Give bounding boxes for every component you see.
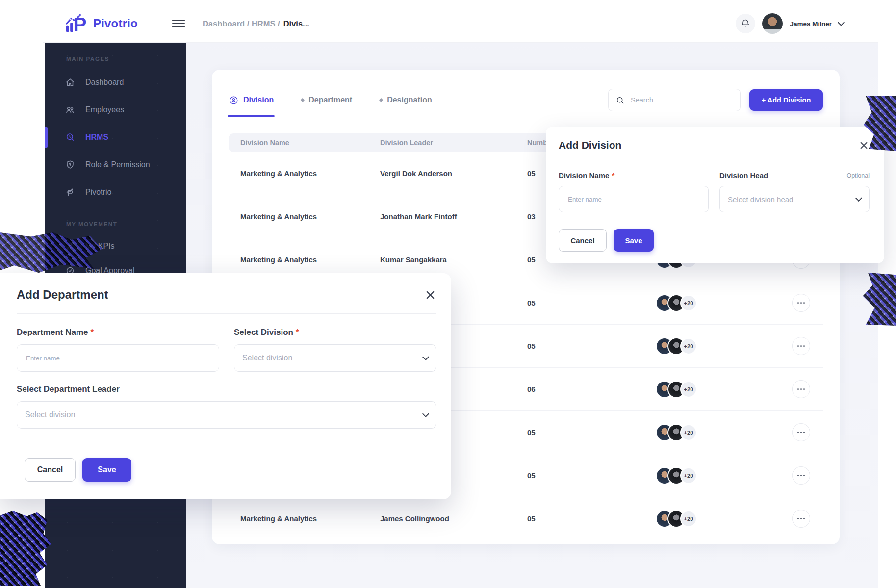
sidebar-item-employees[interactable]: Employees — [45, 96, 186, 124]
more-count-badge[interactable]: +20 — [680, 511, 697, 527]
app-header: P Pivotrio Dashboard / HRMS / Divis... — [43, 5, 878, 43]
tab-division[interactable]: Division — [229, 95, 274, 105]
cell-division-leader: Jonathan Mark Fintoff — [368, 212, 515, 221]
active-indicator — [45, 127, 48, 148]
search-box[interactable] — [608, 89, 741, 111]
cell-division-leader: Vergil Dok Anderson — [368, 169, 515, 178]
tabs: Division Department Designation — [229, 95, 432, 105]
save-button[interactable]: Save — [614, 229, 654, 252]
sidebar-item-label: My KPIs — [85, 242, 115, 251]
row-actions-button[interactable] — [792, 337, 810, 355]
chevron-down-icon — [422, 410, 429, 417]
modal-title: Add Division — [559, 139, 621, 151]
cell-division-name: Marketing & Analytics — [229, 514, 368, 523]
search-input[interactable] — [630, 96, 733, 104]
more-count-badge[interactable]: +20 — [680, 467, 697, 484]
select-division-select[interactable]: Select division — [234, 344, 436, 372]
division-name-input[interactable] — [567, 195, 700, 204]
field-label: Select Department Leader — [17, 384, 120, 394]
user-name[interactable]: James Milner — [790, 20, 832, 27]
row-actions-button[interactable] — [792, 510, 810, 528]
save-button[interactable]: Save — [82, 458, 131, 482]
avatar-group[interactable]: +20 — [656, 424, 717, 441]
field-label: Division Head — [719, 171, 768, 179]
optional-marker: Optional — [846, 172, 870, 179]
sidebar-item-my-kpis[interactable]: My KPIs — [45, 234, 186, 258]
add-division-modal: Add Division Division Name * Division He… — [546, 127, 884, 263]
add-department-modal: Add Department Department Name * Select … — [0, 273, 451, 499]
hamburger-icon[interactable] — [172, 19, 185, 28]
row-actions-button[interactable] — [792, 423, 810, 441]
breadcrumb-current: Divis... — [283, 19, 309, 28]
cancel-button[interactable]: Cancel — [25, 458, 76, 482]
more-count-badge[interactable]: +20 — [680, 424, 697, 441]
tab-designation[interactable]: Designation — [380, 96, 432, 104]
sidebar-item-dashboard[interactable]: Dashboard — [45, 69, 186, 96]
add-division-button[interactable]: + Add Division — [749, 89, 823, 111]
page: P Pivotrio Dashboard / HRMS / Divis... — [0, 0, 896, 588]
more-count-badge[interactable]: +20 — [680, 381, 697, 398]
avatar-group[interactable]: +20 — [656, 294, 717, 312]
sidebar-section-label: MY MOVEMENT — [66, 221, 186, 227]
department-name-input[interactable] — [25, 354, 211, 362]
division-name-field[interactable] — [559, 186, 709, 212]
chevron-down-icon[interactable] — [838, 19, 845, 26]
column-division-leader: Division Leader — [368, 139, 515, 147]
table-controls: + Add Division — [608, 89, 823, 111]
avatar-group[interactable]: +20 — [656, 381, 717, 398]
row-actions-button[interactable] — [792, 380, 810, 398]
cell-employee-count: 05 — [515, 342, 638, 350]
select-placeholder: Select division — [242, 354, 292, 362]
tab-department[interactable]: Department — [301, 96, 352, 104]
cell-employee-count: 05 — [515, 471, 638, 480]
more-count-badge[interactable]: +20 — [680, 295, 697, 311]
pivotrio-icon — [65, 187, 76, 198]
row-actions-button[interactable] — [792, 466, 810, 485]
cell-division-leader: James Collingwood — [368, 514, 515, 523]
pivotrio-logo-icon: P — [65, 13, 88, 34]
avatar-group[interactable]: +20 — [656, 337, 717, 355]
sidebar-item-role-permission[interactable]: Role & Permission — [45, 151, 186, 179]
divider — [17, 313, 436, 314]
tab-label: Designation — [387, 96, 432, 104]
division-tab-icon — [229, 95, 239, 105]
breadcrumb[interactable]: Dashboard / HRMS / Divis... — [203, 19, 309, 28]
cell-employee-count: 05 — [515, 428, 638, 436]
user-avatar[interactable] — [762, 13, 783, 34]
shield-icon — [65, 159, 76, 170]
field-label: Department Name — [17, 328, 88, 337]
avatar-group[interactable]: +20 — [656, 467, 717, 485]
brand-logo[interactable]: P Pivotrio — [65, 13, 138, 34]
hrms-icon — [65, 132, 76, 143]
breadcrumb-path[interactable]: Dashboard / HRMS / — [203, 19, 280, 28]
cell-division-name: Marketing & Analytics — [229, 256, 368, 264]
select-placeholder: Select division — [25, 410, 75, 419]
search-icon — [615, 96, 625, 105]
cell-division-leader: Kumar Sangakkara — [368, 256, 515, 264]
modal-title: Add Department — [17, 288, 108, 302]
close-icon[interactable] — [858, 140, 870, 151]
sidebar-item-pivotrio[interactable]: Pivotrio — [45, 179, 186, 206]
cell-division-name: Marketing & Analytics — [229, 169, 368, 178]
more-count-badge[interactable]: +20 — [680, 338, 697, 355]
card-header: Division Department Designation — [229, 70, 823, 116]
cell-employee-count: 06 — [515, 385, 638, 393]
sidebar-item-label: Role & Permission — [85, 160, 150, 169]
bell-icon[interactable] — [736, 14, 755, 33]
sidebar-item-label: Employees — [85, 105, 124, 114]
column-division-name: Division Name — [229, 139, 368, 147]
tab-label: Department — [308, 96, 352, 104]
row-actions-button[interactable] — [792, 294, 810, 312]
sidebar-item-label: HRMS — [85, 133, 108, 142]
department-leader-select[interactable]: Select division — [17, 401, 436, 429]
home-icon — [65, 77, 76, 88]
division-head-select[interactable]: Select division head — [719, 186, 870, 212]
department-name-field[interactable] — [17, 344, 219, 372]
close-icon[interactable] — [424, 289, 436, 301]
sidebar-item-hrms[interactable]: HRMS — [45, 124, 186, 151]
cell-employee-count: 05 — [515, 514, 638, 523]
avatar-group[interactable]: +20 — [656, 510, 717, 528]
chevron-down-icon — [422, 354, 429, 360]
chevron-down-icon — [855, 195, 862, 202]
cancel-button[interactable]: Cancel — [559, 229, 607, 252]
